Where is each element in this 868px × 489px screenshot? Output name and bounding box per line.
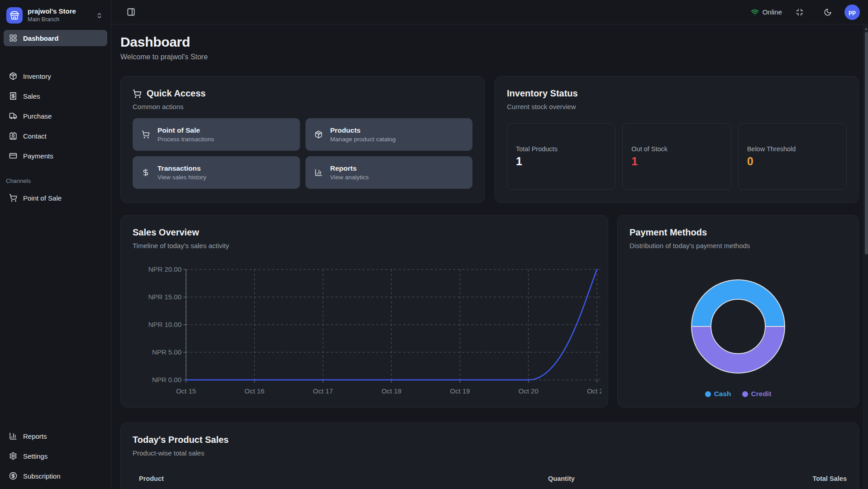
tile-transactions[interactable]: TransactionsView sales history [133, 156, 300, 189]
bar-chart-icon [9, 432, 17, 440]
sidebar: prajwol's Store Main Branch Dashboard In… [0, 0, 111, 489]
dollar-circle-icon [9, 472, 17, 480]
quick-access-subtitle: Common actions [133, 103, 472, 110]
sidebar-item-label: Inventory [23, 72, 51, 80]
panel-right-icon [127, 8, 135, 16]
store-switcher[interactable]: prajwol's Store Main Branch [4, 5, 107, 26]
store-logo [6, 7, 23, 24]
truck-icon [9, 112, 17, 120]
tile-title: Products [330, 126, 396, 134]
inventory-status-subtitle: Current stock overview [507, 103, 847, 110]
page-title: Dashboard [120, 34, 859, 50]
quick-access-tiles: Point of SaleProcess transactions Produc… [133, 118, 472, 189]
scrollbar-thumb[interactable] [865, 32, 868, 254]
svg-text:NPR 10.00: NPR 10.00 [148, 321, 181, 328]
sidebar-nav-modules: Inventory Sales Purchase Contact Payment… [4, 68, 107, 164]
sidebar-toggle-button[interactable] [125, 6, 137, 18]
fullscreen-button[interactable] [794, 6, 806, 18]
tile-subtitle: View sales history [157, 174, 206, 181]
contact-card-icon [9, 132, 17, 140]
legend-label: Credit [751, 390, 772, 398]
legend-label: Cash [714, 390, 731, 398]
cart-icon [133, 89, 142, 98]
donut-legend: CashCredit [705, 390, 772, 398]
stat-value: 0 [747, 155, 838, 168]
column-header-total-sales: Total Sales [774, 475, 847, 482]
legend-item-cash[interactable]: Cash [705, 390, 731, 398]
sidebar-item-purchase[interactable]: Purchase [4, 108, 107, 124]
sidebar-item-subscription[interactable]: Subscription [4, 468, 107, 484]
tile-reports[interactable]: ReportsView analytics [305, 156, 473, 189]
tile-subtitle: Process transactions [157, 136, 214, 143]
svg-text:Oct 20: Oct 20 [519, 387, 539, 395]
user-avatar[interactable]: pp [844, 5, 860, 20]
legend-item-credit[interactable]: Credit [742, 390, 772, 398]
stat-label: Below Threshold [747, 145, 838, 153]
sidebar-spacer [4, 206, 107, 428]
scroll-up-arrow[interactable] [865, 28, 868, 30]
sales-overview-title: Sales Overview [133, 227, 596, 238]
stat-total-products: Total Products 1 [507, 123, 615, 190]
product-sales-table-header: Product Quantity Total Sales [133, 475, 847, 482]
tile-point-of-sale[interactable]: Point of SaleProcess transactions [133, 118, 300, 151]
quick-access-title: Quick Access [147, 88, 205, 99]
sidebar-item-dashboard[interactable]: Dashboard [4, 30, 107, 46]
tile-products[interactable]: ProductsManage product catalog [305, 118, 473, 151]
svg-text:NPR 5.00: NPR 5.00 [152, 348, 181, 356]
svg-text:Oct 19: Oct 19 [450, 387, 470, 395]
gear-icon [9, 452, 17, 460]
minimize-icon [796, 8, 804, 16]
sidebar-item-point-of-sale[interactable]: Point of Sale [4, 190, 107, 206]
svg-text:Oct 18: Oct 18 [382, 387, 401, 395]
package-icon [9, 72, 17, 80]
svg-text:Oct 17: Oct 17 [313, 387, 333, 395]
dashboard-icon [9, 34, 17, 42]
topbar: Online pp [111, 0, 868, 24]
store-icon [10, 11, 19, 20]
theme-toggle-button[interactable] [822, 6, 834, 18]
store-name: prajwol's Store [28, 8, 76, 15]
sidebar-item-label: Contact [23, 132, 47, 140]
wifi-icon [751, 8, 759, 16]
sidebar-section-channels: Channels [6, 177, 107, 184]
package-icon [315, 130, 323, 139]
sidebar-item-inventory[interactable]: Inventory [4, 68, 107, 84]
payment-methods-subtitle: Distribution of today's payment methods [630, 242, 847, 249]
sidebar-item-label: Reports [23, 432, 47, 440]
stat-label: Total Products [516, 145, 606, 153]
inventory-stats: Total Products 1 Out of Stock 1 Below Th… [507, 123, 847, 190]
sidebar-item-contact[interactable]: Contact [4, 128, 107, 144]
sidebar-item-sales[interactable]: Sales [4, 88, 107, 104]
tile-title: Point of Sale [157, 126, 214, 134]
sidebar-item-payments[interactable]: Payments [4, 148, 107, 164]
topbar-right: Online pp [751, 5, 860, 20]
svg-text:Oct 15: Oct 15 [176, 387, 196, 395]
sidebar-item-label: Purchase [23, 112, 52, 120]
legend-dot [705, 391, 711, 397]
stat-value: 1 [631, 155, 722, 168]
payment-donut-chart [685, 273, 792, 382]
sidebar-item-settings[interactable]: Settings [4, 448, 107, 464]
sidebar-item-label: Point of Sale [23, 194, 62, 202]
sidebar-item-label: Payments [23, 152, 53, 160]
svg-text:NPR 15.00: NPR 15.00 [148, 293, 181, 301]
moon-icon [824, 8, 832, 16]
sidebar-item-reports[interactable]: Reports [4, 428, 107, 444]
dollar-icon [142, 168, 150, 177]
inventory-status-title: Inventory Status [507, 88, 847, 99]
sidebar-item-label: Sales [23, 92, 40, 100]
column-header-quantity: Quantity [548, 475, 774, 482]
connection-status: Online [751, 8, 782, 16]
inventory-status-card: Inventory Status Current stock overview … [495, 76, 859, 203]
vertical-scrollbar[interactable] [863, 25, 868, 489]
sidebar-item-label: Dashboard [23, 34, 58, 42]
sales-overview-subtitle: Timeline of today's sales activity [133, 242, 596, 249]
sidebar-nav-bottom: Reports Settings Subscription [4, 428, 107, 484]
sidebar-item-label: Settings [23, 452, 48, 460]
column-header-product: Product [139, 475, 548, 482]
stat-value: 1 [516, 155, 606, 168]
credit-card-icon [9, 152, 17, 160]
quick-access-card: Quick Access Common actions Point of Sal… [120, 76, 485, 203]
svg-text:NPR 0.00: NPR 0.00 [152, 376, 181, 384]
product-sales-card: Today's Product Sales Product-wise total… [120, 422, 859, 489]
